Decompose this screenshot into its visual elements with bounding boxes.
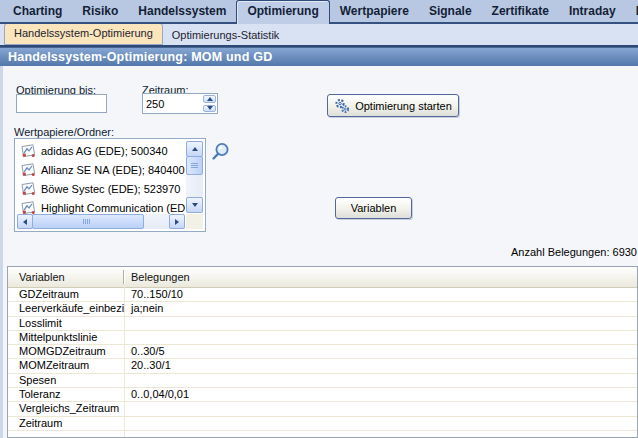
search-icon[interactable] xyxy=(209,141,231,165)
chart-icon xyxy=(21,163,36,177)
cell-belegung[interactable]: 20..30/1 xyxy=(124,359,637,372)
tab-derivate[interactable]: Derivate xyxy=(626,0,638,22)
triangle-up-icon xyxy=(207,97,213,101)
table-header: Variablen Belegungen xyxy=(8,267,637,288)
scrollbar-corner xyxy=(186,214,203,229)
anzahl-belegungen-label: Anzahl Belegungen: xyxy=(511,246,609,258)
vertical-scroll-thumb[interactable] xyxy=(186,156,203,175)
variablen-button[interactable]: Variablen xyxy=(335,197,412,219)
cell-variable: MOMZeitraum xyxy=(8,359,124,372)
tab-risiko[interactable]: Risiko xyxy=(72,0,128,22)
chart-icon xyxy=(21,182,36,196)
table-row[interactable]: MOMGDZeitraum0..30/5 xyxy=(8,345,637,359)
triangle-up-icon xyxy=(192,147,198,151)
sub-tab-bar: Handelssystem-Optimierung Optimierungs-S… xyxy=(0,24,638,47)
cell-belegung[interactable] xyxy=(124,331,637,344)
spin-up-button[interactable] xyxy=(203,95,216,103)
optimierung-bis-input[interactable] xyxy=(16,94,107,113)
table-row[interactable]: Zeitraum xyxy=(8,417,637,431)
tab-zertifikate[interactable]: Zertifikate xyxy=(482,0,559,22)
chart-icon xyxy=(21,201,36,215)
cell-belegung[interactable] xyxy=(124,402,637,415)
triangle-down-icon xyxy=(192,203,198,207)
page-title: Handelssystem-Optimierung: MOM und GD xyxy=(0,47,638,66)
cell-variable: Toleranz xyxy=(8,388,124,401)
table-row[interactable]: Mittelpunktslinie xyxy=(8,331,637,345)
cell-belegung[interactable]: 0..0,04/0,01 xyxy=(124,388,637,401)
horizontal-scrollbar[interactable] xyxy=(17,214,185,229)
optimierung-starten-label: Optimierung starten xyxy=(355,100,452,112)
cell-belegung[interactable]: 0..30/5 xyxy=(124,345,637,358)
scroll-up-button[interactable] xyxy=(186,141,203,157)
table-row[interactable]: GDZeitraum70..150/10 xyxy=(8,288,637,302)
cell-variable: Vergleichs_Zeitraum xyxy=(8,402,124,415)
cell-variable: Leerverkäufe_einbeziehen xyxy=(8,302,124,315)
subtab-handelssystem-optimierung[interactable]: Handelssystem-Optimierung xyxy=(4,23,163,45)
wertpapiere-ordner-label: Wertpapiere/Ordner: xyxy=(14,126,114,138)
list-item[interactable]: adidas AG (EDE); 500340 xyxy=(17,141,185,160)
panel-left-edge xyxy=(0,66,3,438)
subtab-optimierungs-statistik[interactable]: Optimierungs-Statistik xyxy=(163,26,289,45)
list-item-label: adidas AG (EDE); 500340 xyxy=(41,145,168,157)
chart-icon xyxy=(21,144,36,158)
variablen-label: Variablen xyxy=(351,202,397,214)
listbox-items: adidas AG (EDE); 500340 Allianz SE NA (E… xyxy=(17,141,185,214)
table-row[interactable]: Losslimit xyxy=(8,317,637,331)
cell-variable: MOMGDZeitraum xyxy=(8,345,124,358)
scroll-right-button[interactable] xyxy=(169,214,185,229)
optimierung-starten-button[interactable]: Optimierung starten xyxy=(327,94,459,117)
list-item[interactable]: Böwe Systec (EDE); 523970 xyxy=(17,179,185,198)
scroll-left-button[interactable] xyxy=(17,214,33,229)
column-divider xyxy=(124,287,125,437)
tab-wertpapiere[interactable]: Wertpapiere xyxy=(330,0,419,22)
main-tab-bar: Charting Risiko Handelssystem Optimierun… xyxy=(0,0,638,24)
list-item[interactable]: Allianz SE NA (EDE); 840400 xyxy=(17,160,185,179)
gears-icon xyxy=(334,98,350,114)
tab-signale[interactable]: Signale xyxy=(419,0,482,22)
scroll-down-button[interactable] xyxy=(186,197,203,213)
cell-belegung[interactable]: 70..150/10 xyxy=(124,288,637,301)
table-row[interactable]: MOMZeitraum20..30/1 xyxy=(8,359,637,373)
tab-intraday[interactable]: Intraday xyxy=(559,0,626,22)
cell-variable: Mittelpunktslinie xyxy=(8,331,124,344)
zeitraum-input[interactable] xyxy=(143,94,202,113)
app-window: Charting Risiko Handelssystem Optimierun… xyxy=(0,0,638,438)
cell-belegung[interactable] xyxy=(124,317,637,330)
horizontal-scroll-thumb[interactable] xyxy=(32,214,144,229)
cell-variable: GDZeitraum xyxy=(8,288,124,301)
list-item-label: Böwe Systec (EDE); 523970 xyxy=(41,183,180,195)
triangle-down-icon xyxy=(207,106,213,110)
column-header-belegungen[interactable]: Belegungen xyxy=(124,267,637,287)
cell-variable: Spesen xyxy=(8,374,124,387)
cell-variable: Zeitraum xyxy=(8,417,124,430)
cell-belegung[interactable] xyxy=(124,417,637,430)
spin-down-button[interactable] xyxy=(203,105,216,113)
tab-optimierung[interactable]: Optimierung xyxy=(236,0,329,24)
table-row[interactable]: Toleranz0..0,04/0,01 xyxy=(8,388,637,402)
wertpapiere-listbox: adidas AG (EDE); 500340 Allianz SE NA (E… xyxy=(14,138,206,232)
zeitraum-stepper xyxy=(142,93,218,114)
list-item-label: Highlight Communication (EDE xyxy=(41,202,185,214)
triangle-right-icon xyxy=(175,219,179,225)
variablen-table: Variablen Belegungen GDZeitraum70..150/1… xyxy=(7,266,638,438)
triangle-left-icon xyxy=(23,219,27,225)
anzahl-belegungen-value: 6930 xyxy=(613,246,637,258)
tab-handelssystem[interactable]: Handelssystem xyxy=(128,0,236,22)
cell-belegung[interactable]: ja;nein xyxy=(124,302,637,315)
table-row[interactable]: Leerverkäufe_einbeziehenja;nein xyxy=(8,302,637,316)
vertical-scrollbar[interactable] xyxy=(186,141,203,213)
list-item[interactable]: Highlight Communication (EDE xyxy=(17,198,185,214)
column-header-variablen[interactable]: Variablen xyxy=(8,267,124,287)
table-row[interactable]: Spesen xyxy=(8,374,637,388)
table-row[interactable]: Vergleichs_Zeitraum xyxy=(8,402,637,416)
tab-charting[interactable]: Charting xyxy=(3,0,72,22)
content-panel: Optimierung bis: Zeitraum: Optimierung s… xyxy=(0,66,638,438)
list-item-label: Allianz SE NA (EDE); 840400 xyxy=(41,164,185,176)
cell-belegung[interactable] xyxy=(124,374,637,387)
anzahl-belegungen: Anzahl Belegungen: 6930 xyxy=(511,246,637,258)
cell-variable: Losslimit xyxy=(8,317,124,330)
